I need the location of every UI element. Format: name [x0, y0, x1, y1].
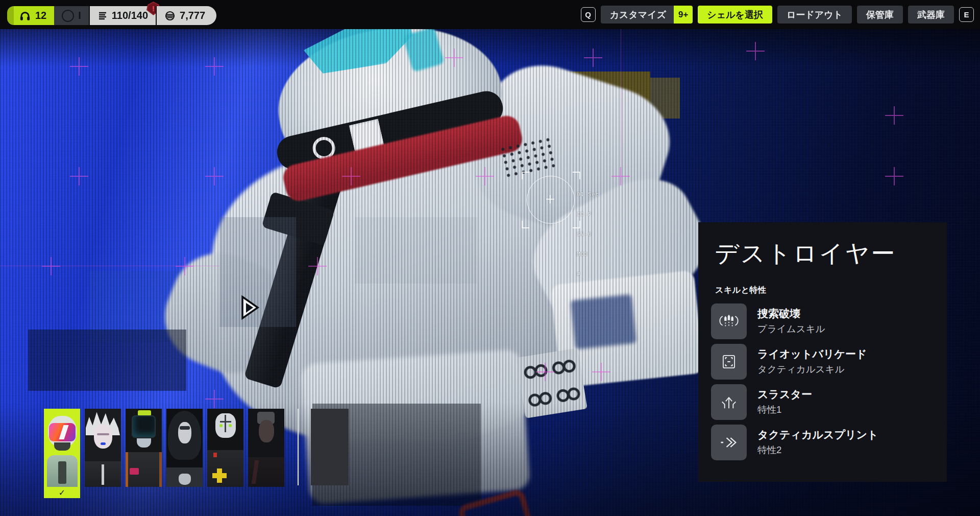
circle-icon	[62, 10, 74, 22]
selected-check-icon: ✓	[44, 487, 80, 498]
game-screen: 01 Set ID-P SN-0 MOD # 12 I	[0, 0, 980, 516]
status-pill: 12 I 110/140 ! 7,777	[7, 6, 216, 25]
armory-button[interactable]: 武器庫	[908, 6, 954, 24]
thruster-icon	[711, 384, 747, 420]
sprint-icon	[711, 425, 747, 460]
customize-button[interactable]: カスタマイズ 9+	[601, 6, 693, 24]
skill-type: プライムスキル	[757, 322, 825, 335]
shell-empty-slot[interactable]	[311, 409, 349, 485]
skill-type: 特性2	[757, 443, 878, 456]
shell-thumbnail-5[interactable]	[207, 409, 243, 487]
skills-section-label: スキルと特性	[715, 285, 947, 296]
skills-list: 捜索破壊 プライムスキル ライオットバリケード タクティカルスキル	[711, 303, 947, 460]
pill-left-cap	[7, 6, 14, 25]
skill-type: 特性1	[757, 403, 812, 416]
barricade-icon	[711, 344, 747, 380]
skill-name: スラスター	[757, 388, 812, 401]
select-shell-button[interactable]: シェルを選択	[698, 6, 772, 24]
skill-name: タクティカルスプリント	[757, 429, 878, 441]
shell-selector: ✓	[44, 409, 284, 498]
fans-badge[interactable]: 12	[14, 6, 54, 25]
shell-thumbnail-4[interactable]	[166, 409, 203, 487]
shell-thumbnail-6[interactable]	[248, 409, 284, 487]
skill-row-tactical[interactable]: ライオットバリケード タクティカルスキル	[711, 344, 947, 380]
missiles-icon	[711, 303, 747, 339]
mouse-cursor	[239, 294, 261, 321]
coins-icon	[164, 10, 176, 21]
vault-button[interactable]: 保管庫	[857, 6, 903, 24]
key-q-badge: Q	[581, 7, 596, 22]
key-e-badge: E	[959, 7, 974, 22]
skill-row-trait1[interactable]: スラスター 特性1	[711, 384, 947, 420]
customize-count-badge: 9+	[674, 6, 693, 24]
shell-thumbnail-3[interactable]	[126, 409, 162, 487]
currency-badge[interactable]: 7,777	[156, 6, 216, 25]
fans-count: 12	[35, 10, 46, 21]
rank-value: I	[78, 10, 81, 21]
skill-type: タクティカルスキル	[757, 363, 867, 376]
shell-selector-divider	[298, 409, 299, 485]
capacity-value: 110/140	[112, 10, 148, 21]
top-bar: 12 I 110/140 ! 7,777	[0, 0, 980, 29]
shell-thumbnail-2[interactable]	[85, 409, 121, 487]
skill-row-prime[interactable]: 捜索破壊 プライムスキル	[711, 303, 947, 339]
shell-info-panel: デストロイヤー スキルと特性 捜索破壊 プライムスキル	[698, 222, 947, 482]
skill-name: ライオットバリケード	[757, 348, 867, 360]
currency-value: 7,777	[180, 10, 205, 21]
capacity-badge[interactable]: 110/140 !	[89, 6, 156, 25]
rank-badge[interactable]: I	[54, 6, 89, 25]
loadout-button[interactable]: ロードアウト	[777, 6, 852, 24]
shell-thumbnail-1-selected[interactable]: ✓	[44, 409, 80, 498]
shell-name-title: デストロイヤー	[715, 238, 947, 270]
skill-name: 捜索破壊	[757, 308, 825, 320]
bars-icon	[97, 10, 108, 21]
top-nav: Q カスタマイズ 9+ シェルを選択 ロードアウト 保管庫 武器庫 E	[581, 6, 974, 24]
headset-icon	[19, 10, 31, 22]
skill-row-trait2[interactable]: タクティカルスプリント 特性2	[711, 425, 947, 460]
